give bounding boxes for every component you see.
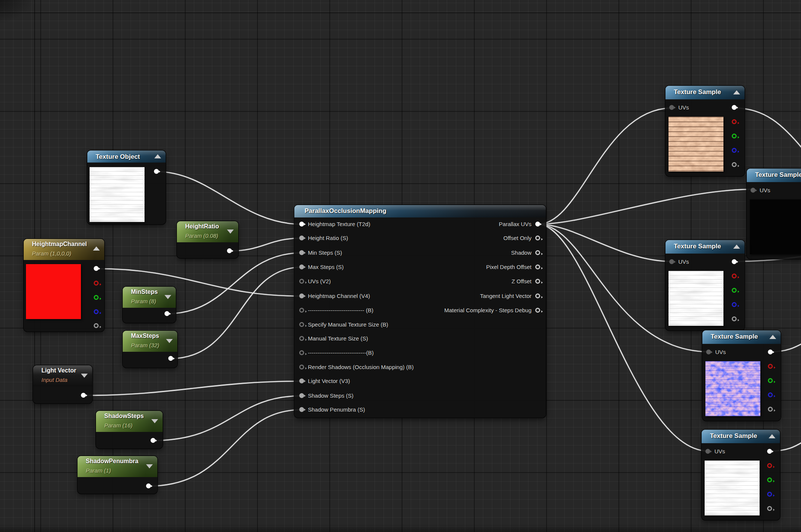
input-pin-manual-texture-size[interactable] [299, 336, 304, 341]
node-header[interactable]: Texture Sample [665, 86, 745, 99]
wire-shadowsteps-to-shadow-steps[interactable] [153, 396, 302, 441]
output-pin-material-complexity[interactable] [535, 308, 540, 313]
material-graph-canvas[interactable]: Texture Object HeightmapChannel Param (1… [0, 0, 801, 532]
input-pin-render-shadows[interactable] [299, 365, 304, 369]
output-pin-rgba[interactable] [94, 266, 99, 271]
input-pin-heightmap-texture[interactable] [299, 222, 304, 226]
uvs-input-pin[interactable] [669, 259, 674, 264]
node-header[interactable]: HeightmapChannel Param (1,0,0,0) [24, 239, 104, 260]
output-pin-green[interactable] [767, 477, 772, 482]
output-pin-alpha[interactable] [94, 323, 99, 328]
collapse-arrow-icon[interactable] [151, 419, 158, 423]
wire-lightvector-to-light-vector[interactable] [83, 381, 302, 395]
output-pin[interactable] [146, 483, 151, 488]
output-pin-offset-only[interactable] [535, 236, 540, 240]
input-pin-height-ratio[interactable] [299, 236, 304, 240]
output-pin-pixel-depth-offset[interactable] [535, 264, 540, 269]
node-header[interactable]: ShadowSteps Param (16) [96, 411, 163, 432]
input-pin-separator-2[interactable] [299, 350, 304, 355]
node-header[interactable]: MinSteps Param (8) [123, 287, 176, 308]
output-pin-blue[interactable] [732, 148, 737, 153]
output-pin-rgb[interactable] [732, 259, 737, 264]
node-height-ratio[interactable]: HeightRatio Param (0.08) [177, 221, 238, 258]
node-header[interactable]: HeightRatio Param (0.08) [177, 221, 238, 242]
output-pin-green[interactable] [768, 378, 773, 383]
input-pin-max-steps[interactable] [299, 264, 304, 269]
collapse-arrow-icon[interactable] [146, 464, 153, 468]
node-shadow-penumbra[interactable]: ShadowPenumbra Param (1) [78, 456, 157, 494]
wire-minsteps-to-min-steps[interactable] [167, 253, 302, 314]
wire-maxsteps-to-max-steps[interactable] [171, 267, 302, 359]
node-texture-sample-2[interactable]: Texture Sample UVs [747, 169, 801, 259]
collapse-arrow-icon[interactable] [164, 295, 171, 299]
input-pin-separator-1[interactable] [299, 308, 304, 313]
node-heightmap-channel[interactable]: HeightmapChannel Param (1,0,0,0) [24, 239, 104, 331]
node-texture-object[interactable]: Texture Object [87, 150, 166, 224]
node-header[interactable]: MaxSteps Param (32) [123, 331, 177, 352]
wire-textureobject-to-heightmap-texture[interactable] [156, 172, 302, 224]
node-min-steps[interactable]: MinSteps Param (8) [123, 287, 176, 323]
output-pin-blue[interactable] [767, 492, 772, 497]
node-parallax-occlusion-mapping[interactable]: ParallaxOcclusionMapping Heightmap Textu… [294, 205, 546, 418]
output-pin-blue[interactable] [732, 302, 737, 307]
collapse-arrow-icon[interactable] [154, 154, 161, 158]
input-pin-uvs[interactable] [299, 279, 304, 284]
collapse-arrow-icon[interactable] [227, 230, 234, 234]
collapse-arrow-icon[interactable] [733, 90, 740, 94]
collapse-arrow-icon[interactable] [733, 245, 740, 249]
uvs-input-pin[interactable] [669, 105, 674, 110]
wire-parallaxuvs-to-texturesample3[interactable] [538, 224, 672, 261]
node-shadow-steps[interactable]: ShadowSteps Param (16) [96, 411, 163, 448]
output-pin-red[interactable] [94, 281, 99, 286]
node-header[interactable]: Texture Sample [747, 169, 801, 182]
output-pin-green[interactable] [94, 295, 99, 300]
output-pin-rgb[interactable] [732, 105, 737, 110]
output-pin[interactable] [151, 438, 155, 443]
output-pin-alpha[interactable] [732, 316, 737, 321]
node-header[interactable]: Texture Sample [665, 240, 745, 254]
input-pin-min-steps[interactable] [299, 250, 304, 255]
output-pin-green[interactable] [732, 288, 737, 293]
output-pin-blue[interactable] [768, 392, 773, 397]
output-pin[interactable] [81, 393, 86, 398]
node-header[interactable]: Texture Sample [702, 430, 780, 443]
node-texture-sample-5[interactable]: Texture Sample UVs [702, 430, 780, 520]
output-pin-alpha[interactable] [768, 407, 773, 412]
output-pin[interactable] [164, 311, 169, 316]
node-header[interactable]: ParallaxOcclusionMapping [294, 205, 546, 217]
node-light-vector[interactable]: Light Vector Input Data [33, 365, 92, 403]
node-texture-sample-4[interactable]: Texture Sample UVs [702, 330, 781, 421]
output-pin-alpha[interactable] [767, 506, 772, 511]
input-pin-specify-manual-texture-size[interactable] [299, 322, 304, 327]
output-pin-alpha[interactable] [732, 162, 737, 167]
output-pin-tangent-light-vector[interactable] [535, 293, 540, 298]
input-pin-shadow-penumbra[interactable] [299, 407, 304, 412]
input-pin-light-vector[interactable] [299, 378, 304, 383]
output-pin[interactable] [227, 248, 232, 253]
node-header[interactable]: Texture Object [87, 150, 166, 163]
input-pin-heightmap-channel[interactable] [299, 293, 304, 298]
wire-parallaxuvs-to-texturesample1[interactable] [538, 108, 672, 224]
output-pin-rgb[interactable] [768, 350, 773, 354]
output-pin-red[interactable] [768, 364, 773, 369]
node-header[interactable]: Texture Sample [702, 330, 781, 344]
uvs-input-pin[interactable] [751, 188, 755, 193]
output-pin[interactable] [154, 169, 159, 174]
output-pin-shadow[interactable] [535, 250, 540, 255]
node-texture-sample-1[interactable]: Texture Sample UVs [665, 86, 745, 176]
output-pin-z-offset[interactable] [535, 279, 540, 284]
uvs-input-pin[interactable] [705, 449, 710, 454]
collapse-arrow-icon[interactable] [81, 374, 88, 378]
collapse-arrow-icon[interactable] [93, 246, 100, 251]
output-pin-blue[interactable] [94, 309, 99, 314]
node-max-steps[interactable]: MaxSteps Param (32) [123, 331, 177, 368]
collapse-arrow-icon[interactable] [769, 335, 776, 339]
uvs-input-pin[interactable] [706, 350, 711, 354]
output-pin-parallax-uvs[interactable] [535, 222, 540, 226]
wire-parallaxuvs-to-texturesample2[interactable] [538, 189, 754, 224]
input-pin-shadow-steps[interactable] [299, 393, 304, 398]
collapse-arrow-icon[interactable] [166, 339, 173, 343]
output-pin-green[interactable] [732, 134, 737, 138]
collapse-arrow-icon[interactable] [769, 434, 775, 438]
wire-heightratio-to-height-ratio[interactable] [229, 238, 302, 251]
